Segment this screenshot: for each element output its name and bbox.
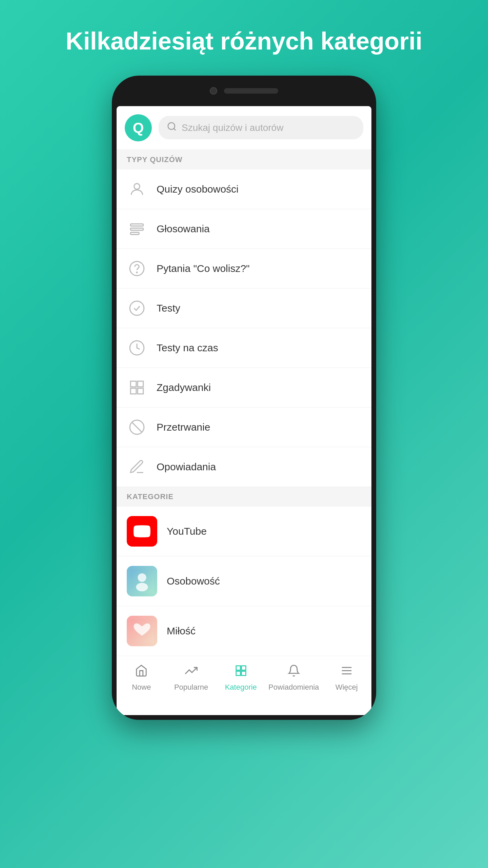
question-icon	[127, 258, 147, 279]
pen-icon	[127, 457, 147, 477]
svg-rect-10	[130, 381, 136, 387]
page-title: Kilkadziesiąt różnych kategorii	[0, 0, 488, 76]
nav-item-nowe[interactable]: Nowe	[117, 662, 166, 694]
list-item-personality[interactable]: Quizy osobowości	[117, 170, 371, 209]
svg-point-19	[138, 573, 146, 582]
svg-point-20	[136, 583, 148, 591]
clock-icon	[127, 338, 147, 358]
item-label-youtube: YouTube	[167, 526, 207, 537]
nav-item-kategorie[interactable]: Kategorie	[216, 662, 266, 694]
svg-rect-12	[130, 388, 136, 394]
svg-line-1	[174, 129, 176, 130]
svg-rect-23	[241, 666, 246, 670]
kategorie-grid-icon	[235, 664, 247, 680]
item-label-voting: Głosowania	[157, 223, 210, 235]
list-item-tests[interactable]: Testy	[117, 289, 371, 328]
bottom-navigation: Nowe Popularne	[117, 656, 371, 697]
svg-rect-22	[236, 666, 241, 670]
list-item-timed-tests[interactable]: Testy na czas	[117, 328, 371, 368]
grid-icon	[127, 377, 147, 398]
phone-top-bar	[117, 76, 371, 106]
app-header: Q Szukaj quizów i autorów	[117, 106, 371, 150]
item-label-would-you-rather: Pytania "Co wolisz?"	[157, 263, 250, 274]
compass-icon	[127, 417, 147, 437]
nav-label-wiecej: Więcej	[336, 683, 358, 692]
svg-point-7	[137, 272, 137, 273]
check-circle-icon	[127, 298, 147, 318]
nav-label-powiadomienia: Powiadomienia	[268, 683, 319, 692]
list-item-puzzles[interactable]: Zgadywanki	[117, 368, 371, 408]
svg-rect-24	[236, 671, 241, 675]
item-label-survival: Przetrwanie	[157, 421, 210, 433]
svg-rect-11	[138, 381, 143, 387]
svg-point-8	[130, 301, 144, 315]
trending-icon	[185, 664, 198, 680]
item-label-timed-tests: Testy na czas	[157, 342, 218, 354]
nav-item-popularne[interactable]: Popularne	[166, 662, 216, 694]
item-label-puzzles: Zgadywanki	[157, 382, 211, 393]
nav-label-popularne: Popularne	[174, 683, 208, 692]
nav-item-wiecej[interactable]: Więcej	[322, 662, 371, 694]
search-placeholder-text: Szukaj quizów i autorów	[182, 122, 283, 133]
phone-wrapper: Q Szukaj quizów i autorów TYPY QUIZÓW	[0, 76, 488, 868]
svg-point-2	[134, 183, 140, 189]
list-item-youtube[interactable]: YouTube	[117, 507, 371, 556]
list-item-voting[interactable]: Głosowania	[117, 209, 371, 249]
nav-label-kategorie: Kategorie	[225, 683, 257, 692]
search-bar[interactable]: Szukaj quizów i autorów	[159, 116, 363, 139]
nav-label-nowe: Nowe	[132, 683, 151, 692]
svg-rect-5	[130, 232, 139, 234]
phone-screen: Q Szukaj quizów i autorów TYPY QUIZÓW	[117, 106, 371, 715]
section-header-quiz-types: TYPY QUIZÓW	[117, 150, 371, 170]
list-item-osobowosc[interactable]: Osobowość	[117, 556, 371, 606]
phone-speaker	[224, 88, 278, 94]
item-label-personality: Quizy osobowości	[157, 183, 239, 195]
list-icon	[127, 219, 147, 239]
section-header-categories: KATEGORIE	[117, 487, 371, 507]
item-label-milosc: Miłość	[167, 625, 196, 637]
nav-item-powiadomienia[interactable]: Powiadomienia	[266, 662, 322, 694]
menu-icon	[340, 664, 353, 680]
svg-point-6	[130, 261, 144, 276]
item-label-tests: Testy	[157, 302, 180, 314]
milosc-category-icon	[127, 616, 157, 646]
list-item-would-you-rather[interactable]: Pytania "Co wolisz?"	[117, 249, 371, 289]
phone-device: Q Szukaj quizów i autorów TYPY QUIZÓW	[112, 76, 376, 720]
home-icon	[135, 664, 148, 680]
search-icon	[167, 121, 177, 134]
item-label-osobowosc: Osobowość	[167, 575, 220, 587]
svg-rect-25	[241, 671, 246, 675]
bell-icon	[287, 664, 300, 680]
svg-point-0	[168, 123, 175, 130]
list-item-stories[interactable]: Opowiadania	[117, 447, 371, 487]
list-item-survival[interactable]: Przetrwanie	[117, 408, 371, 447]
item-label-stories: Opowiadania	[157, 461, 216, 473]
phone-camera	[210, 87, 217, 95]
svg-rect-4	[130, 228, 143, 230]
osobowosc-category-icon	[127, 566, 157, 596]
svg-line-15	[132, 422, 142, 432]
list-item-milosc[interactable]: Miłość	[117, 606, 371, 656]
svg-rect-3	[130, 224, 143, 226]
person-icon	[127, 179, 147, 199]
youtube-category-icon	[127, 516, 157, 547]
svg-rect-13	[138, 388, 143, 394]
app-logo: Q	[125, 114, 152, 141]
